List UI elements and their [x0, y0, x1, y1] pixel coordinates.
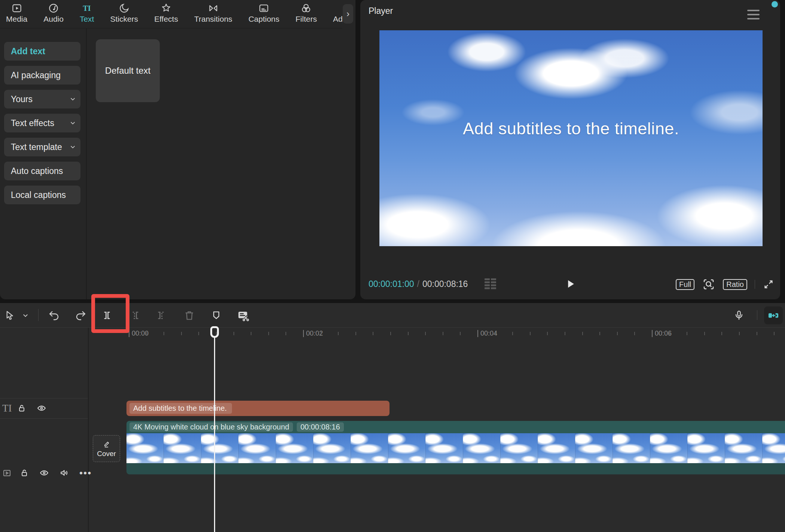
tab-label: Adjustment: [333, 15, 342, 24]
auto-snap-button[interactable]: [764, 306, 783, 324]
tab-captions[interactable]: Captions: [244, 3, 284, 24]
tab-audio[interactable]: Audio: [39, 3, 68, 24]
video-thumbnail: [426, 433, 463, 463]
ruler-minor-tick: [599, 332, 600, 335]
filters-icon: [300, 3, 312, 14]
audio-waveform-strip: [126, 463, 785, 474]
video-thumbnail: [351, 433, 388, 463]
tab-filters[interactable]: Filters: [291, 3, 321, 24]
record-voiceover-button[interactable]: [733, 309, 745, 321]
sidebar-item-label: Text template: [11, 142, 62, 152]
speaker-icon[interactable]: [59, 468, 70, 478]
sidebar-item-add-text[interactable]: Add text: [4, 42, 80, 61]
subtitle-overlay-text[interactable]: Add subtitles to the timeline.: [379, 119, 763, 138]
video-editor-app: { "colors": { "accent": "#4dc4ca", "anno…: [0, 0, 785, 532]
video-thumbnail: [463, 433, 501, 463]
transitions-icon: [208, 3, 219, 14]
ruler-minor-tick: [582, 332, 583, 335]
more-options-icon[interactable]: •••: [79, 467, 92, 479]
status-dot: [772, 1, 778, 7]
ruler-minor-tick: [251, 332, 251, 335]
redo-button[interactable]: [75, 309, 87, 321]
ruler-minor-tick: [617, 332, 618, 335]
annotation-highlight-box: [91, 294, 129, 333]
default-text-card[interactable]: Default text: [96, 39, 160, 102]
video-thumbnail: [201, 433, 239, 463]
playhead-handle[interactable]: [210, 326, 219, 338]
ruler-major-tick: [303, 330, 304, 337]
toolbar-divider: [757, 310, 757, 320]
ruler-minor-tick: [704, 332, 705, 335]
zoom-fit-icon[interactable]: [702, 278, 715, 291]
timecode: 00:00:01:00/00:00:08:16: [369, 279, 468, 289]
select-tool-button[interactable]: [4, 310, 15, 321]
ruler-minor-tick: [390, 332, 391, 335]
video-thumbnail: [538, 433, 575, 463]
player-title: Player: [369, 6, 393, 16]
ruler-minor-tick: [408, 332, 409, 335]
sidebar-item-yours[interactable]: Yours: [4, 90, 80, 108]
undo-button[interactable]: [48, 309, 60, 321]
tab-effects[interactable]: Effects: [150, 3, 183, 24]
view-controls: Full Ratio: [676, 278, 775, 291]
ruler-minor-tick: [547, 332, 548, 335]
sidebar-item-local-captions[interactable]: Local captions: [4, 186, 80, 204]
text-track-icon: TI: [2, 403, 12, 414]
player-panel: Player Add subtitles to the timeline. 00…: [360, 0, 780, 299]
tab-adjustment[interactable]: Adjustment: [329, 3, 342, 24]
audio-icon: [48, 3, 59, 14]
toolbar-expand-button[interactable]: ›: [343, 4, 353, 24]
pencil-icon: [102, 440, 111, 449]
select-tool-chevron-icon[interactable]: [22, 312, 29, 319]
ruler-minor-tick: [634, 332, 635, 335]
ratio-button[interactable]: Ratio: [723, 279, 747, 290]
sidebar-item-label: AI packaging: [11, 70, 61, 80]
player-menu-icon[interactable]: [747, 10, 760, 19]
mask-button[interactable]: [211, 310, 222, 321]
tab-label: Filters: [296, 15, 317, 24]
video-thumbnail: [688, 433, 725, 463]
ruler-minor-tick: [739, 332, 740, 335]
fullscreen-icon[interactable]: [763, 278, 775, 290]
tab-label: Transitions: [194, 15, 232, 24]
sidebar-item-label: Text effects: [11, 118, 54, 128]
text-clip[interactable]: Add subtitles to the timeline.: [126, 401, 390, 416]
sidebar-item-ai-packaging[interactable]: AI packaging: [4, 66, 80, 85]
total-duration: 00:00:08:16: [422, 279, 468, 289]
cover-button[interactable]: Cover: [93, 435, 120, 462]
delete-button[interactable]: [183, 309, 195, 321]
display-mode-icon[interactable]: [485, 278, 496, 289]
video-clip[interactable]: 4K Moving white cloud on blue sky backgr…: [126, 421, 785, 474]
playhead-line[interactable]: [214, 336, 215, 532]
track-headers: TI •••: [0, 328, 89, 532]
tab-text[interactable]: TIText: [75, 3, 99, 24]
delete-right-button[interactable]: [155, 309, 167, 322]
tab-transitions[interactable]: Transitions: [190, 3, 237, 24]
split-by-text-button[interactable]: [236, 309, 250, 322]
tab-media[interactable]: Media: [1, 3, 32, 24]
video-track-icon: [2, 468, 12, 478]
delete-left-button[interactable]: [129, 309, 142, 322]
play-button[interactable]: [564, 278, 577, 290]
tab-stickers[interactable]: Stickers: [106, 3, 143, 24]
eye-icon[interactable]: [39, 468, 49, 478]
eye-icon[interactable]: [36, 403, 47, 413]
auto-snap-icon: [767, 309, 780, 322]
ruler-minor-tick: [687, 332, 687, 335]
video-thumbnail: [650, 433, 688, 463]
chevron-down-icon: [70, 96, 76, 102]
time-separator: /: [414, 279, 422, 289]
full-button[interactable]: Full: [676, 279, 694, 290]
player-controls: 00:00:01:00/00:00:08:16 Full Ratio: [360, 275, 780, 293]
lock-icon[interactable]: [19, 468, 29, 478]
sidebar-item-text-template[interactable]: Text template: [4, 138, 80, 156]
video-thumbnail: [763, 433, 785, 463]
video-preview[interactable]: Add subtitles to the timeline.: [379, 30, 763, 246]
lock-icon[interactable]: [17, 403, 27, 413]
ruler-minor-tick: [355, 332, 356, 335]
video-thumbnail: [613, 433, 650, 463]
sidebar-item-label: Local captions: [11, 190, 66, 200]
sidebar-item-text-effects[interactable]: Text effects: [4, 114, 80, 132]
sidebar-item-auto-captions[interactable]: Auto captions: [4, 162, 80, 180]
ruler-minor-tick: [146, 332, 147, 335]
